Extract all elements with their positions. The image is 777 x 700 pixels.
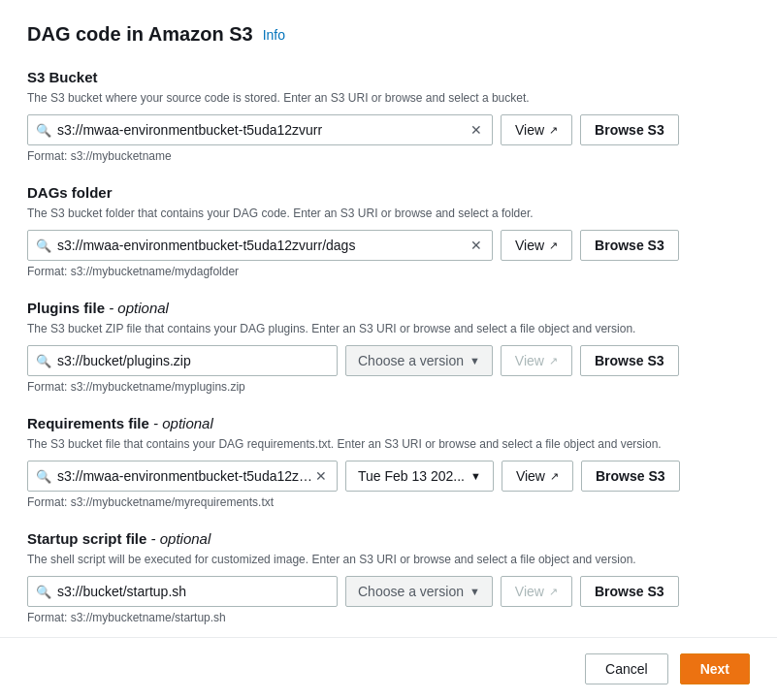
search-icon-requirements: 🔍 (36, 469, 51, 484)
s3-bucket-view-button[interactable]: View ↗ (501, 114, 572, 145)
requirements-version-select[interactable]: Tue Feb 13 202... ▼ (345, 461, 494, 492)
startup-script-browse-button[interactable]: Browse S3 (580, 576, 679, 607)
dags-folder-input[interactable] (57, 238, 469, 253)
startup-script-section: Startup script file - optional The shell… (27, 530, 750, 624)
requirements-file-input[interactable] (57, 468, 313, 484)
plugins-file-input[interactable] (57, 353, 329, 368)
requirements-file-input-row: 🔍 ✕ Tue Feb 13 202... ▼ View ↗ Browse S3 (27, 461, 750, 492)
plugins-file-format-hint: Format: s3://mybucketname/myplugins.zip (27, 380, 750, 394)
external-link-icon: ↗ (549, 124, 558, 137)
search-icon-startup: 🔍 (36, 585, 51, 599)
s3-bucket-input-row: 🔍 ✕ View ↗ Browse S3 (27, 114, 750, 145)
requirements-file-browse-button[interactable]: Browse S3 (581, 461, 680, 492)
plugins-file-input-row: 🔍 Choose a version ▼ View ↗ Browse S3 (27, 345, 750, 376)
search-icon-s3bucket: 🔍 (36, 123, 51, 138)
startup-script-view-button[interactable]: View ↗ (501, 576, 572, 607)
page-title: DAG code in Amazon S3 (27, 23, 253, 46)
dags-folder-label: DAGs folder (27, 184, 750, 201)
s3-bucket-section: S3 Bucket The S3 bucket where your sourc… (27, 69, 750, 163)
requirements-file-desc: The S3 bucket file that contains your DA… (27, 435, 750, 453)
startup-version-select[interactable]: Choose a version ▼ (345, 576, 493, 607)
requirements-file-clear-button[interactable]: ✕ (313, 469, 329, 483)
startup-script-input[interactable] (57, 584, 329, 599)
plugins-file-browse-button[interactable]: Browse S3 (580, 345, 679, 376)
startup-script-input-row: 🔍 Choose a version ▼ View ↗ Browse S3 (27, 576, 750, 607)
dags-folder-desc: The S3 bucket folder that contains your … (27, 205, 750, 222)
external-link-icon-plugins: ↗ (549, 355, 558, 367)
plugins-file-desc: The S3 bucket ZIP file that contains you… (27, 320, 750, 337)
external-link-icon-dags: ↗ (549, 239, 558, 252)
dags-folder-view-button[interactable]: View ↗ (501, 230, 572, 261)
startup-script-label: Startup script file - optional (27, 530, 750, 547)
dags-folder-section: DAGs folder The S3 bucket folder that co… (27, 184, 750, 278)
chevron-down-icon-startup: ▼ (469, 586, 480, 597)
plugins-version-select[interactable]: Choose a version ▼ (345, 345, 493, 376)
next-button[interactable]: Next (680, 653, 750, 684)
startup-script-format-hint: Format: s3://mybucketname/startup.sh (27, 611, 750, 624)
startup-script-input-wrap[interactable]: 🔍 (27, 576, 338, 607)
requirements-file-view-button[interactable]: View ↗ (502, 461, 573, 492)
dags-folder-format-hint: Format: s3://mybucketname/mydagfolder (27, 265, 750, 278)
plugins-file-input-wrap[interactable]: 🔍 (27, 345, 338, 376)
info-link[interactable]: Info (263, 27, 285, 43)
dags-folder-input-row: 🔍 ✕ View ↗ Browse S3 (27, 230, 750, 261)
dags-folder-browse-button[interactable]: Browse S3 (580, 230, 679, 261)
footer: Cancel Next (0, 637, 777, 700)
s3-bucket-input[interactable] (57, 122, 469, 138)
s3-bucket-label: S3 Bucket (27, 69, 750, 85)
plugins-file-section: Plugins file - optional The S3 bucket ZI… (27, 300, 750, 394)
s3-bucket-desc: The S3 bucket where your source code is … (27, 89, 750, 107)
requirements-file-label: Requirements file - optional (27, 415, 750, 431)
plugins-file-label: Plugins file - optional (27, 300, 750, 316)
external-link-icon-startup: ↗ (549, 586, 558, 598)
s3-bucket-clear-button[interactable]: ✕ (469, 123, 484, 137)
dags-folder-clear-button[interactable]: ✕ (469, 239, 484, 252)
startup-script-desc: The shell script will be executed for cu… (27, 551, 750, 568)
chevron-down-icon-requirements: ▼ (470, 470, 481, 482)
search-icon-plugins: 🔍 (36, 354, 51, 368)
external-link-icon-requirements: ↗ (550, 470, 559, 483)
s3-bucket-input-wrap[interactable]: 🔍 ✕ (27, 114, 493, 145)
chevron-down-icon-plugins: ▼ (469, 355, 480, 366)
requirements-file-input-wrap[interactable]: 🔍 ✕ (27, 461, 338, 492)
search-icon-dags: 🔍 (36, 239, 51, 253)
s3-bucket-browse-button[interactable]: Browse S3 (580, 114, 679, 145)
requirements-file-section: Requirements file - optional The S3 buck… (27, 415, 750, 509)
cancel-button[interactable]: Cancel (585, 653, 668, 684)
dags-folder-input-wrap[interactable]: 🔍 ✕ (27, 230, 493, 261)
plugins-file-view-button[interactable]: View ↗ (501, 345, 572, 376)
requirements-file-format-hint: Format: s3://mybucketname/myrequirements… (27, 495, 750, 509)
s3-bucket-format-hint: Format: s3://mybucketname (27, 149, 750, 163)
